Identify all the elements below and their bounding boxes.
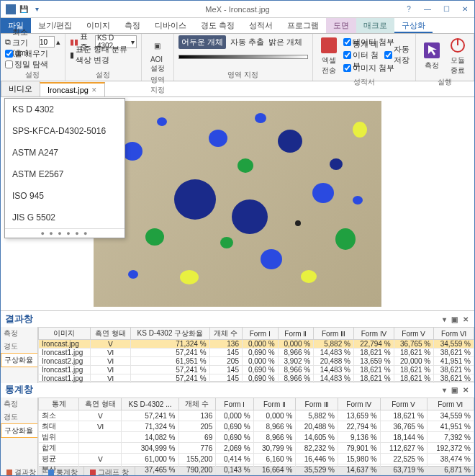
auto-save-checkbox[interactable] (384, 51, 392, 59)
panel-controls[interactable]: ▾ ▣ ✕ (443, 315, 470, 323)
help-button[interactable]: ? (399, 2, 418, 17)
col-header[interactable]: Form Ⅰ (242, 328, 278, 340)
col-header[interactable]: 이미지 (39, 328, 91, 340)
dropdown-item[interactable]: ASTM E2567 (5, 163, 125, 185)
table-row[interactable]: 평균Ⅴ61,000 %155,2000,414 %6,160 %16,446 %… (39, 454, 474, 464)
dropdown-item[interactable]: KS D 4302 (5, 99, 125, 120)
table-row[interactable]: 최소Ⅴ57,241 %1360,000 %0,000 %5,882 %13,65… (39, 410, 474, 421)
dropdown-item[interactable]: ASTM A247 (5, 142, 125, 163)
stats-grid[interactable]: 통계흑연 형태KS D-4302 ...개체 수Form ⅠForm ⅡForm… (38, 398, 474, 476)
min-size-input[interactable] (39, 36, 55, 48)
side-tab-nodularity[interactable]: 구상화율 (1, 353, 37, 367)
col-header[interactable]: 흑연 형태 (90, 328, 130, 340)
doc-tab-video[interactable]: 비디오 (1, 81, 40, 96)
ribbon-tab-view[interactable]: 보기/편집 (31, 18, 79, 33)
cell: 최소 (39, 410, 79, 421)
precise-checkbox[interactable] (5, 60, 13, 68)
ribbon-tab-program[interactable]: 프로그램 (280, 18, 326, 33)
spinner-icon[interactable]: ▴ (56, 37, 60, 47)
auto-extract-button[interactable]: 자동 추출 (230, 37, 264, 48)
side-tab-hardness[interactable]: 경도 (1, 340, 37, 353)
cell: 3,902 % (278, 357, 314, 366)
excel-export-button[interactable]: 엑셀 전송 (317, 35, 340, 77)
results-grid[interactable]: 이미지흑연 형태KS D-4302 구상화율개체 수Form ⅠForm ⅡFo… (38, 327, 474, 383)
minimize-button[interactable]: — (418, 2, 437, 17)
group-label-run: 실행 (420, 77, 469, 88)
exit-module-button[interactable]: 모듈 종료 (446, 35, 469, 77)
dark-object-button[interactable]: 어두운 개체 (178, 35, 226, 49)
dropdown-item[interactable]: JIS G 5502 (5, 207, 125, 228)
table-row[interactable]: 범위14,082 %690,690 %8,966 %14,605 %9,136 … (39, 432, 474, 443)
col-header[interactable]: 흑연 형태 (79, 398, 122, 410)
col-header[interactable]: Form Ⅴ (394, 328, 434, 340)
hole-fill-checkbox[interactable] (5, 50, 13, 58)
cell: 57,241 % (131, 349, 209, 357)
side-tab-nodularity[interactable]: 구상화율 (1, 423, 37, 438)
bottom-tab-graph[interactable]: 그래프 창 (84, 467, 135, 476)
cell: Ironcast.jpg (39, 340, 91, 349)
table-row[interactable]: Ironcast1.jpgⅥ57,241 %1450,690 %8,966 %1… (39, 366, 474, 374)
col-header[interactable]: 개체 수 (209, 328, 242, 340)
dropdown-item[interactable]: SPS-KFCA-D4302-5016 (5, 120, 125, 142)
side-tab-hardness[interactable]: 경도 (1, 410, 37, 423)
side-tab-measure[interactable]: 측정 (1, 327, 37, 340)
measure-button[interactable]: 측정 (420, 35, 443, 77)
std-type-label[interactable]: 표준 형태 분류 색상 변경 (76, 44, 137, 66)
col-header[interactable]: Form Ⅱ (253, 398, 296, 410)
col-header[interactable]: Form Ⅳ (353, 328, 394, 340)
col-header[interactable]: KS D-4302 구상화율 (131, 328, 209, 340)
ribbon-tab-report[interactable]: 성적서 (242, 18, 280, 33)
col-header[interactable]: Form Ⅵ (434, 328, 474, 340)
dropdown-item[interactable]: ISO 945 (5, 185, 125, 207)
svg-rect-1 (321, 37, 337, 53)
aoi-label: AOI 설정 (150, 55, 165, 73)
attach-image-checkbox[interactable] (343, 64, 351, 72)
maximize-button[interactable]: ☐ (437, 2, 456, 17)
col-header[interactable]: Form Ⅳ (338, 398, 381, 410)
cell: 69 (178, 432, 216, 443)
cell: 범위 (39, 432, 79, 443)
bright-object-button[interactable]: 밝은 개체 (268, 37, 302, 48)
cell: 57,241 % (131, 366, 209, 374)
col-header[interactable]: Form Ⅰ (216, 398, 253, 410)
col-header[interactable]: Form Ⅵ (427, 398, 474, 410)
cell: 38,474 % (427, 454, 474, 464)
attach-stats-checkbox[interactable] (343, 51, 351, 59)
cell: 18,621 % (380, 410, 427, 421)
cell: 18,621 % (353, 349, 394, 357)
qat-dropdown-icon[interactable]: ▾ (31, 4, 42, 15)
sample-image[interactable] (94, 101, 381, 307)
ribbon-tab-measure[interactable]: 측정 (117, 18, 148, 33)
col-header[interactable]: 개체 수 (178, 398, 216, 410)
col-header[interactable]: Form Ⅴ (380, 398, 427, 410)
ribbon-tab-drawing[interactable]: 도면 (326, 18, 356, 33)
save-icon[interactable]: 💾 (18, 4, 30, 15)
table-row[interactable]: Ironcast1.jpgⅥ57,241 %1450,690 %8,966 %1… (39, 349, 474, 357)
bottom-tab-stats[interactable]: 통계창 (42, 467, 84, 476)
col-header[interactable]: KS D-4302 ... (122, 398, 178, 410)
col-header[interactable]: 통계 (39, 398, 79, 410)
table-row[interactable]: Ironcast2.jpgⅥ61,951 %2050,000 %3,902 %2… (39, 357, 474, 366)
cell (79, 432, 122, 443)
table-row[interactable]: Ironcast.jpgⅤ71,324 %1360,000 %0,000 %5,… (39, 340, 474, 349)
aoi-button[interactable]: ▣AOI 설정 (146, 35, 169, 75)
bottom-tab-results[interactable]: 결과창 (1, 467, 42, 476)
table-row[interactable]: 최대Ⅵ71,324 %2050,690 %8,966 %20,488 %22,7… (39, 421, 474, 432)
doc-tab-file[interactable]: Ironcast.jpg✕ (40, 82, 105, 96)
close-icon[interactable]: ✕ (91, 86, 97, 94)
close-button[interactable]: ✕ (456, 2, 474, 17)
results-side-tabs: 측정 경도 구상화율 (1, 327, 38, 383)
ribbon-tab-macro[interactable]: 매크로 (356, 18, 394, 33)
col-header[interactable]: Form Ⅱ (278, 328, 314, 340)
panel-controls[interactable]: ▾ ▣ ✕ (443, 386, 470, 394)
ribbon-tab-device[interactable]: 디바이스 (148, 18, 194, 33)
threshold-slider[interactable] (178, 55, 308, 59)
col-header[interactable]: Form Ⅲ (314, 328, 354, 340)
table-row[interactable]: 합계304,999 %7762,069 %30,799 %82,232 %79,… (39, 443, 474, 454)
ribbon-tab-hardness[interactable]: 경도 측정 (194, 18, 242, 33)
ribbon-tab-nodularity[interactable]: 구상화 (394, 18, 433, 33)
col-header[interactable]: Form Ⅲ (296, 398, 338, 410)
attach-data-checkbox[interactable] (343, 38, 351, 46)
side-tab-measure[interactable]: 측정 (1, 398, 37, 410)
popup-grip[interactable]: ● ● ● ● ● ● (5, 228, 125, 238)
